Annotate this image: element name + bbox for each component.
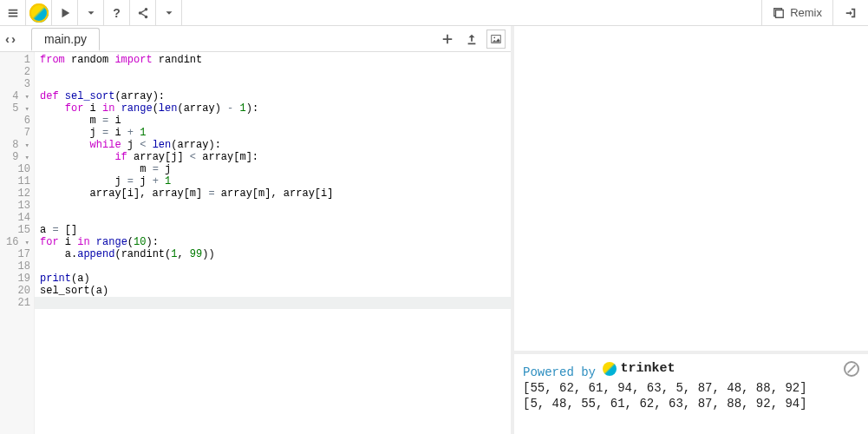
help-icon[interactable]: ?	[104, 0, 130, 26]
run-dropdown-icon[interactable]	[78, 0, 104, 26]
next-tab-icon[interactable]: ›	[11, 31, 16, 46]
brand-logo-icon	[603, 362, 617, 376]
top-toolbar: ? Remix	[0, 0, 868, 26]
remix-button[interactable]: Remix	[761, 0, 833, 26]
code-area[interactable]: from random import randint def sel_sort(…	[35, 52, 511, 434]
trinket-logo-icon[interactable]	[26, 0, 52, 26]
menu-icon[interactable]	[0, 0, 26, 26]
prev-tab-icon[interactable]: ‹	[5, 31, 10, 46]
run-icon[interactable]	[52, 0, 78, 26]
brand-label[interactable]: trinket	[603, 361, 675, 377]
stop-icon[interactable]	[844, 361, 859, 377]
login-icon[interactable]	[833, 0, 868, 26]
share-dropdown-icon[interactable]	[156, 0, 182, 26]
share-icon[interactable]	[130, 0, 156, 26]
tab-bar: ‹ › main.py	[0, 26, 511, 52]
code-editor[interactable]: 1234 5 678 9 10111213141516 1718192021 f…	[0, 52, 511, 434]
console-output: [55, 62, 61, 94, 63, 5, 87, 48, 88, 92][…	[523, 380, 859, 411]
svg-line-5	[848, 365, 856, 373]
output-console: Powered by trinket [55, 62, 61, 94, 63, …	[514, 354, 868, 434]
upload-icon[interactable]	[462, 30, 481, 49]
line-gutter: 1234 5 678 9 10111213141516 1718192021	[0, 52, 35, 434]
image-icon[interactable]	[486, 30, 506, 49]
remix-label: Remix	[790, 6, 822, 19]
output-canvas	[514, 26, 868, 354]
add-file-icon[interactable]	[438, 30, 457, 49]
svg-point-4	[493, 36, 495, 38]
file-tab-main[interactable]: main.py	[31, 28, 100, 51]
powered-by-label: Powered by	[523, 365, 596, 379]
